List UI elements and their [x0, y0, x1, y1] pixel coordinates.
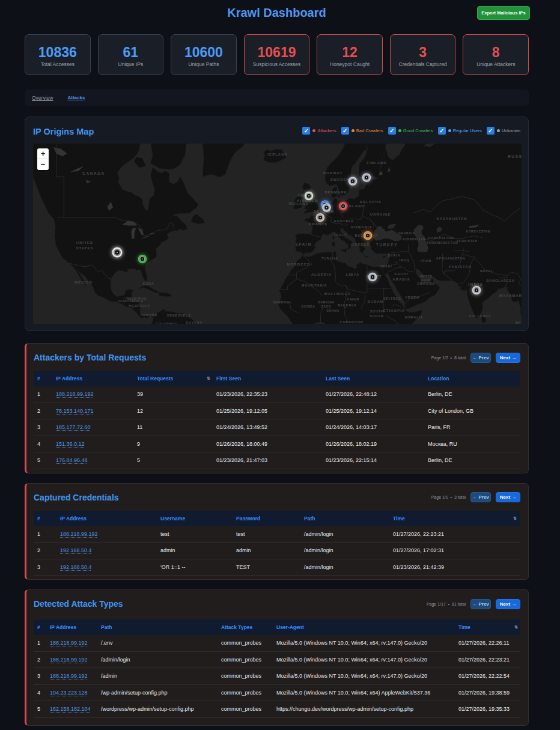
svg-text:ROMANIA: ROMANIA	[351, 225, 373, 229]
svg-text:DENMARK: DENMARK	[324, 190, 347, 194]
svg-text:SPAIN: SPAIN	[295, 242, 311, 246]
svg-text:ETHIOPIA: ETHIOPIA	[383, 309, 405, 312]
svg-text:SENEGAL: SENEGAL	[273, 300, 292, 304]
svg-text:KYRGYZSTAN: KYRGYZSTAN	[466, 230, 490, 233]
svg-text:EMIRATES: EMIRATES	[418, 282, 435, 285]
svg-text:POLAND: POLAND	[345, 204, 364, 208]
svg-text:BANGLADESH: BANGLADESH	[487, 279, 515, 282]
svg-text:NIGERIA: NIGERIA	[338, 303, 357, 307]
svg-text:UNITED: UNITED	[76, 241, 93, 245]
svg-text:MALAYSIA: MALAYSIA	[516, 321, 522, 324]
svg-text:NORWAY: NORWAY	[323, 171, 342, 175]
svg-text:SRI LANKA: SRI LANKA	[469, 314, 491, 318]
svg-text:BELARUS: BELARUS	[360, 200, 382, 204]
svg-text:CAMEROON: CAMEROON	[339, 320, 363, 324]
svg-text:COLOMBIA: COLOMBIA	[156, 322, 177, 324]
svg-text:AZERBAIJAN: AZERBAIJAN	[403, 237, 425, 241]
svg-text:GEORGIA: GEORGIA	[398, 231, 415, 235]
svg-text:GHANA: GHANA	[326, 309, 339, 312]
svg-text:PANAMA: PANAMA	[141, 313, 158, 317]
svg-text:SOMALIA: SOMALIA	[405, 315, 424, 319]
svg-text:CUBA: CUBA	[142, 282, 154, 285]
svg-text:ERITREA: ERITREA	[383, 297, 401, 300]
svg-text:IRELAND: IRELAND	[288, 202, 309, 205]
svg-text:MAURITANIA: MAURITANIA	[302, 284, 327, 287]
svg-text:UNITED: UNITED	[420, 275, 433, 278]
svg-text:GUINEA: GUINEA	[301, 305, 315, 308]
svg-text:FASO: FASO	[321, 305, 331, 308]
svg-text:YEMEN: YEMEN	[405, 296, 419, 299]
svg-text:TURKEY: TURKEY	[376, 243, 398, 247]
svg-text:SOUTH: SOUTH	[370, 309, 383, 313]
svg-text:IRAN: IRAN	[421, 259, 432, 263]
svg-text:AUSTRIA: AUSTRIA	[333, 219, 354, 223]
svg-text:UKRAINE: UKRAINE	[370, 213, 391, 216]
svg-text:ALGERIA: ALGERIA	[311, 273, 332, 276]
svg-text:CHAD: CHAD	[347, 297, 359, 301]
svg-text:FRANCE: FRANCE	[309, 222, 328, 226]
svg-text:NICARAGUA: NICARAGUA	[129, 304, 150, 308]
svg-text:CANADA: CANADA	[82, 171, 105, 175]
svg-text:SWEDEN: SWEDEN	[330, 178, 350, 181]
svg-text:GREECE: GREECE	[351, 243, 370, 246]
svg-text:GUYANA: GUYANA	[186, 321, 202, 324]
svg-text:LIBYA: LIBYA	[346, 273, 359, 276]
svg-text:MYANMAR: MYANMAR	[499, 294, 522, 297]
svg-text:ISRAEL: ISRAEL	[379, 264, 394, 268]
svg-text:ITALY: ITALY	[334, 233, 347, 237]
svg-text:MOROCCO: MOROCCO	[287, 263, 311, 266]
svg-text:NEPAL: NEPAL	[480, 269, 493, 273]
svg-text:ARAB: ARAB	[421, 279, 431, 282]
svg-text:SUDAN: SUDAN	[370, 314, 384, 318]
svg-text:AFGHANISTAN: AFGHANISTAN	[436, 257, 465, 260]
svg-text:HONDURAS: HONDURAS	[126, 297, 147, 300]
svg-text:TUNISIA: TUNISIA	[321, 257, 338, 260]
svg-text:BURKINA: BURKINA	[318, 300, 334, 304]
svg-text:MEXICO: MEXICO	[75, 281, 93, 284]
svg-text:ICELAND: ICELAND	[267, 153, 288, 156]
svg-text:VENEZUELA: VENEZUELA	[167, 314, 192, 317]
svg-text:NIGER: NIGER	[336, 292, 351, 296]
svg-text:SYRIA: SYRIA	[388, 254, 401, 257]
svg-text:ARABIA: ARABIA	[392, 278, 410, 281]
svg-text:SAUDI: SAUDI	[394, 272, 409, 276]
svg-text:MALI: MALI	[324, 292, 336, 296]
svg-text:IRAQ: IRAQ	[400, 258, 410, 262]
svg-text:KAZAKHSTAN: KAZAKHSTAN	[436, 217, 467, 221]
svg-text:TAJIKISTAN: TAJIKISTAN	[457, 239, 478, 243]
svg-text:SUDAN: SUDAN	[368, 300, 383, 303]
svg-text:STATES: STATES	[76, 246, 94, 250]
svg-text:RUSSIA: RUSSIA	[508, 154, 522, 159]
svg-text:PAKISTAN: PAKISTAN	[449, 265, 472, 269]
svg-text:TURKMENISTAN: TURKMENISTAN	[426, 241, 458, 245]
svg-text:FINLAND: FINLAND	[367, 161, 386, 165]
svg-text:UZBEKISTAN: UZBEKISTAN	[428, 236, 454, 240]
